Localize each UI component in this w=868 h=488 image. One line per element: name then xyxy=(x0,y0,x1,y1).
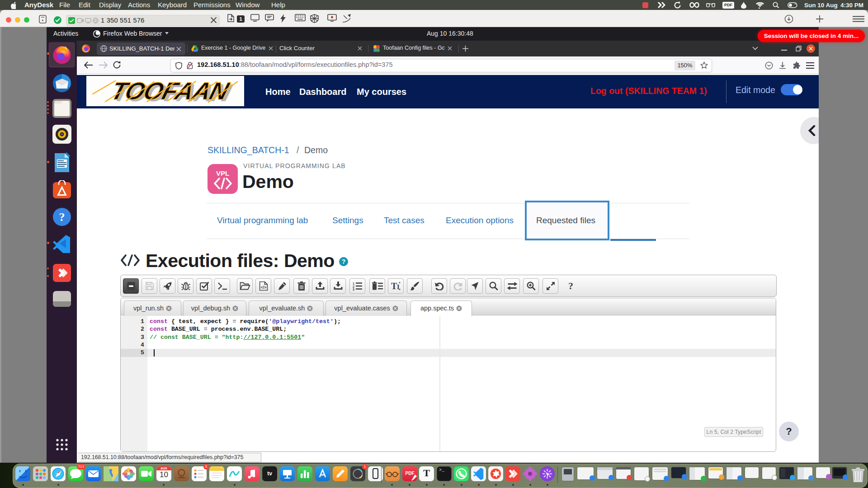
svg-text:</>: </> xyxy=(260,285,266,290)
svg-text:?: ? xyxy=(59,211,65,224)
svg-text:T: T xyxy=(391,282,397,291)
svg-text:1: 1 xyxy=(353,282,354,285)
svg-text:3: 3 xyxy=(353,288,354,291)
